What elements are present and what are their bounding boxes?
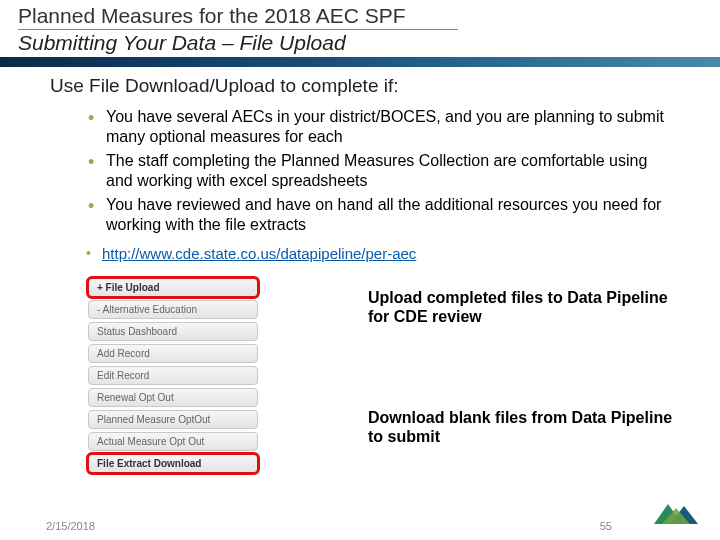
menu-planned-measure-optout: Planned Measure OptOut (88, 410, 258, 429)
lead-text: Use File Download/Upload to complete if: (50, 75, 670, 97)
sub-bullet-list: http://www.cde.state.co.us/datapipeline/… (50, 245, 670, 262)
menu-file-extract-download: File Extract Download (88, 454, 258, 473)
slide-title-line1: Planned Measures for the 2018 AEC SPF (18, 4, 458, 30)
footer-date: 2/15/2018 (46, 520, 95, 532)
callout-download: Download blank files from Data Pipeline … (368, 408, 688, 446)
colorado-logo-icon (648, 498, 706, 528)
footer-page-number: 55 (600, 520, 612, 532)
menu-add-record: Add Record (88, 344, 258, 363)
header-divider-bar (0, 57, 720, 67)
resource-link[interactable]: http://www.cde.state.co.us/datapipeline/… (102, 245, 416, 262)
menu-edit-record: Edit Record (88, 366, 258, 385)
bullet-item: The staff completing the Planned Measure… (88, 151, 670, 191)
bullet-list: You have several AECs in your district/B… (50, 107, 670, 235)
sidebar-menu-screenshot: + File Upload - Alternative Education St… (88, 278, 258, 476)
slide-title-line2: Submitting Your Data – File Upload (18, 30, 720, 55)
bullet-item: You have reviewed and have on hand all t… (88, 195, 670, 235)
menu-status-dashboard: Status Dashboard (88, 322, 258, 341)
menu-actual-measure-opt-out: Actual Measure Opt Out (88, 432, 258, 451)
bullet-item: You have several AECs in your district/B… (88, 107, 670, 147)
menu-file-upload: + File Upload (88, 278, 258, 297)
menu-alternative-education: - Alternative Education (88, 300, 258, 319)
menu-renewal-opt-out: Renewal Opt Out (88, 388, 258, 407)
callout-upload: Upload completed files to Data Pipeline … (368, 288, 688, 326)
sub-bullet-item: http://www.cde.state.co.us/datapipeline/… (86, 245, 670, 262)
